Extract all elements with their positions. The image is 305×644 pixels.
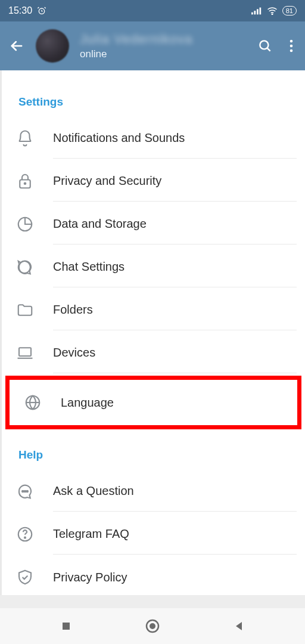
wifi-icon <box>267 7 278 15</box>
row-label: Folders <box>53 290 297 330</box>
svg-rect-1 <box>251 13 253 15</box>
user-status: online <box>80 48 192 60</box>
user-name: Julia Vedernikova <box>80 32 192 47</box>
svg-point-8 <box>290 45 293 48</box>
svg-point-11 <box>24 183 26 185</box>
row-policy[interactable]: Privacy Policy <box>2 556 305 595</box>
svg-point-6 <box>260 41 268 49</box>
row-label: Notifications and Sounds <box>53 118 297 159</box>
settings-list: Notifications and Sounds Privacy and Sec… <box>2 117 305 429</box>
row-notifications[interactable]: Notifications and Sounds <box>2 117 305 160</box>
globe-icon <box>24 394 61 411</box>
svg-point-16 <box>24 491 26 493</box>
row-label: Ask a Question <box>53 471 297 512</box>
bell-icon <box>16 129 53 147</box>
svg-point-9 <box>290 49 293 52</box>
svg-point-5 <box>272 14 273 15</box>
svg-point-17 <box>27 491 29 493</box>
back-icon[interactable] <box>8 38 25 54</box>
svg-point-22 <box>150 623 155 629</box>
battery-icon: 81 <box>282 6 297 16</box>
svg-rect-20 <box>63 623 70 630</box>
help-section-title: Help <box>2 431 305 470</box>
alarm-icon <box>37 6 46 16</box>
svg-rect-3 <box>257 9 259 14</box>
profile-header: Julia Vedernikova online <box>0 21 305 70</box>
row-chat[interactable]: Chat Settings <box>2 246 305 289</box>
phone-screen: 15:30 81 Julia Vedernikova online <box>0 0 305 644</box>
nav-recent-icon[interactable] <box>60 620 72 632</box>
android-navbar <box>0 608 305 644</box>
chat-icon <box>16 258 53 276</box>
row-ask[interactable]: Ask a Question <box>2 470 305 513</box>
row-folders[interactable]: Folders <box>2 289 305 332</box>
user-block: Julia Vedernikova online <box>80 32 192 60</box>
folder-icon <box>16 301 53 319</box>
shield-icon <box>16 568 53 586</box>
more-icon[interactable] <box>290 39 293 53</box>
ask-icon <box>16 482 53 500</box>
question-icon <box>16 525 53 543</box>
row-label: Devices <box>53 333 297 373</box>
svg-point-15 <box>22 491 24 493</box>
status-bar: 15:30 81 <box>0 0 305 21</box>
settings-content: Settings Notifications and Sounds Privac… <box>0 70 305 595</box>
row-language[interactable]: Language <box>10 380 297 425</box>
row-label: Language <box>61 383 289 423</box>
pie-icon <box>16 215 53 233</box>
lock-icon <box>16 172 53 190</box>
svg-point-7 <box>290 40 293 43</box>
nav-home-icon[interactable] <box>145 618 160 634</box>
svg-rect-13 <box>19 348 31 356</box>
row-data[interactable]: Data and Storage <box>2 203 305 246</box>
svg-rect-4 <box>259 8 261 15</box>
row-devices[interactable]: Devices <box>2 332 305 374</box>
row-label: Chat Settings <box>53 247 297 287</box>
signal-icon <box>251 7 262 15</box>
settings-section-title: Settings <box>2 78 305 117</box>
search-icon[interactable] <box>257 38 273 54</box>
row-label: Privacy Policy <box>53 558 297 596</box>
svg-point-19 <box>24 537 26 538</box>
svg-rect-2 <box>254 11 256 14</box>
row-label: Privacy and Security <box>53 161 297 202</box>
nav-back-icon[interactable] <box>233 620 245 632</box>
avatar[interactable] <box>36 29 69 63</box>
row-privacy[interactable]: Privacy and Security <box>2 160 305 203</box>
row-label: Telegram FAQ <box>53 514 297 555</box>
status-time: 15:30 <box>8 5 32 16</box>
help-list: Ask a Question Telegram FAQ Privacy Poli… <box>2 470 305 595</box>
highlight-annotation: Language <box>5 376 301 429</box>
row-label: Data and Storage <box>53 204 297 244</box>
bottom-gap <box>0 595 305 608</box>
row-faq[interactable]: Telegram FAQ <box>2 513 305 556</box>
laptop-icon <box>16 344 53 362</box>
